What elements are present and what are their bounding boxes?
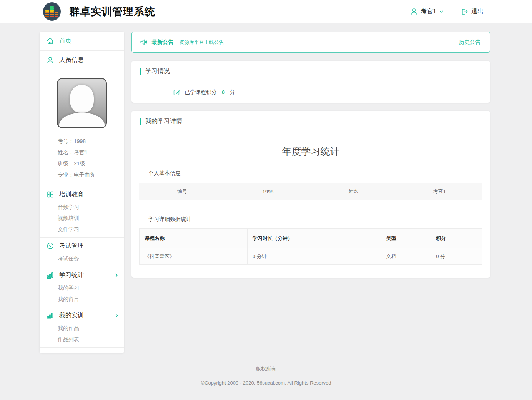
profile-field-name: 姓名：考官1: [58, 147, 124, 158]
study-status-title: 学习情况: [145, 67, 170, 75]
speaker-icon: [140, 38, 148, 47]
basic-info-cell: 姓名: [311, 188, 397, 195]
accent-bar: [140, 118, 141, 125]
chevron-right-icon: [115, 313, 119, 318]
sidebar-section-exam[interactable]: 考试管理: [40, 238, 124, 253]
col-study-duration: 学习时长（分钟）: [247, 229, 381, 248]
sidebar-item-profile[interactable]: 人员信息: [40, 51, 124, 70]
brand: 群卓实训管理系统: [43, 2, 155, 21]
announcement-badge: 最新公告: [152, 39, 173, 46]
credits-value: 0: [222, 89, 225, 95]
sidebar-section-label: 培训教育: [59, 190, 84, 198]
sidebar-section-my-practice[interactable]: 我的实训: [40, 307, 124, 323]
credits-unit: 分: [230, 89, 235, 96]
page-footer: 版权所有 ©Copyright 2009 - 2020. 56sucai.com…: [0, 365, 532, 386]
history-announcements-link[interactable]: 历史公告: [459, 39, 480, 46]
table-row: 《抖音雷区》 0 分钟 文档 0 分: [140, 248, 482, 265]
cell-credits: 0 分: [431, 248, 482, 265]
sidebar-item-video-training[interactable]: 视频培训: [58, 213, 124, 224]
profile-info: 考号：1998 姓名：考官1 班级：21级 专业：电子商务: [58, 136, 124, 180]
basic-info-cell: 考官1: [397, 188, 482, 195]
edit-icon: [173, 88, 181, 96]
sidebar-home-label: 首页: [59, 37, 71, 45]
sidebar-profile-label: 人员信息: [59, 56, 84, 64]
basic-info-cell: 1998: [225, 189, 311, 195]
copyright-line-cn: 版权所有: [0, 365, 532, 372]
col-course-name: 课程名称: [140, 229, 248, 248]
col-type: 类型: [381, 229, 431, 248]
sidebar-section-training[interactable]: 培训教育: [40, 186, 124, 202]
sidebar-item-audio-study[interactable]: 音频学习: [58, 202, 124, 213]
sidebar-item-my-works[interactable]: 我的作品: [58, 323, 124, 334]
app-title: 群卓实训管理系统: [69, 5, 155, 18]
chevron-down-icon: [439, 9, 444, 14]
top-header: 群卓实训管理系统 考官1 退出: [0, 0, 532, 23]
annual-report-title: 年度学习统计: [139, 145, 482, 158]
cell-type: 文档: [381, 248, 431, 265]
sidebar-item-my-messages[interactable]: 我的留言: [58, 293, 124, 305]
credits-label: 已学课程积分: [185, 89, 217, 96]
profile-field-major: 专业：电子商务: [58, 169, 124, 180]
basic-info-label: 个人基本信息: [148, 170, 482, 177]
study-detail-header: 我的学习详情: [131, 111, 490, 132]
basic-info-row: 编号 1998 姓名 考官1: [139, 183, 482, 200]
profile-field-exam-no: 考号：1998: [58, 136, 124, 147]
user-icon: [410, 8, 418, 15]
sidebar-section-label: 考试管理: [59, 242, 84, 250]
sidebar-section-label: 我的实训: [59, 312, 84, 320]
cell-course-name: 《抖音雷区》: [140, 248, 248, 265]
sidebar-sublist-training: 音频学习 视频培训 文件学习: [40, 202, 124, 237]
book-icon: [46, 190, 54, 198]
logout-button[interactable]: 退出: [461, 8, 484, 16]
study-detail-title: 我的学习详情: [145, 117, 182, 125]
study-status-card: 学习情况 已学课程积分 0 分: [131, 61, 490, 103]
sidebar-section-label: 学习统计: [59, 271, 84, 279]
sidebar-item-home[interactable]: 首页: [40, 32, 124, 50]
copyright-line-en: ©Copyright 2009 - 2020. 56sucai.com. All…: [0, 380, 532, 386]
stats-label: 学习详细数据统计: [148, 216, 482, 223]
announcement-bar: 最新公告 资源库平台上线公告 历史公告: [131, 32, 490, 53]
study-detail-card: 我的学习详情 年度学习统计 个人基本信息 编号 1998 姓名 考官1 学习详细…: [131, 111, 490, 278]
col-credits: 积分: [431, 229, 482, 248]
sidebar-section-study-stats[interactable]: 学习统计: [40, 267, 124, 282]
person-icon: [46, 56, 54, 64]
user-menu[interactable]: 考官1: [410, 8, 444, 16]
basic-info-cell: 编号: [139, 188, 225, 195]
user-name: 考官1: [421, 8, 436, 16]
cell-study-duration: 0 分钟: [247, 248, 381, 265]
logout-icon: [461, 8, 469, 16]
bar-chart-icon: [46, 312, 54, 320]
sidebar-sublist-study-stats: 我的学习 我的留言: [40, 282, 124, 307]
sidebar-divider: [40, 347, 124, 348]
logout-label: 退出: [471, 8, 484, 16]
sidebar-item-file-study[interactable]: 文件学习: [58, 224, 124, 235]
sidebar-item-works-list[interactable]: 作品列表: [58, 334, 124, 345]
table-header-row: 课程名称 学习时长（分钟） 类型 积分: [140, 229, 482, 248]
sidebar-sublist-exam: 考试任务: [40, 253, 124, 267]
announcement-link[interactable]: 资源库平台上线公告: [179, 39, 224, 46]
home-icon: [46, 37, 54, 45]
bar-chart-icon: [46, 271, 54, 279]
sidebar: 首页 人员信息 考号：1998 姓名：考官1 班级：21级 专业：电子商务 培训…: [40, 32, 124, 353]
accent-bar: [140, 68, 141, 75]
study-stats-table: 课程名称 学习时长（分钟） 类型 积分 《抖音雷区》 0 分钟 文档 0 分: [139, 228, 482, 265]
sidebar-item-my-study[interactable]: 我的学习: [58, 282, 124, 293]
compass-icon: [46, 242, 54, 250]
profile-avatar: [57, 78, 107, 128]
sidebar-sublist-my-practice: 我的作品 作品列表: [40, 323, 124, 347]
app-logo-equalizer-icon: [43, 2, 61, 21]
chevron-right-icon: [115, 273, 119, 277]
profile-field-class: 班级：21级: [58, 158, 124, 169]
study-status-header: 学习情况: [131, 61, 490, 82]
sidebar-item-exam-task[interactable]: 考试任务: [58, 253, 124, 264]
